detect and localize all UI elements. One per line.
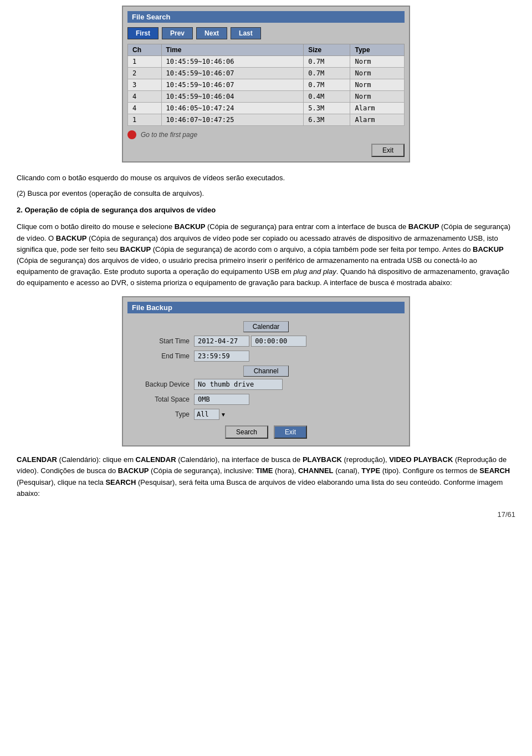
channel-button[interactable]: Channel	[243, 366, 289, 377]
cell-size: 6.3M	[304, 114, 350, 126]
file-search-buttons-row: First Prev Next Last	[127, 27, 405, 39]
cell-ch: 1	[128, 114, 162, 126]
total-space-label: Total Space	[133, 395, 194, 403]
cell-size: 5.3M	[304, 103, 350, 114]
first-button[interactable]: First	[127, 27, 158, 39]
cell-time: 10:45:59~10:46:07	[161, 68, 304, 79]
type-value: All	[194, 409, 219, 420]
cell-ch: 4	[128, 103, 162, 114]
total-space-field: 0MB	[194, 394, 249, 405]
cell-time: 10:45:59~10:46:07	[161, 79, 304, 91]
go-first-row: Go to the first page	[127, 130, 405, 139]
cell-size: 0.7M	[304, 68, 350, 79]
backup-form: Calendar Start Time 2012-04-27 00:00:00 …	[127, 319, 405, 441]
backup-device-row: Backup Device No thumb drive	[133, 379, 399, 390]
type-select[interactable]: All ▼	[194, 409, 226, 420]
table-row[interactable]: 210:45:59~10:46:070.7MNorm	[128, 68, 405, 79]
cell-type: Norm	[350, 68, 405, 79]
col-type: Type	[350, 44, 405, 56]
cell-ch: 3	[128, 79, 162, 91]
col-size: Size	[304, 44, 350, 56]
cell-ch: 1	[128, 56, 162, 68]
backup-exit-button[interactable]: Exit	[274, 425, 307, 439]
cell-time: 10:46:05~10:47:24	[161, 103, 304, 114]
file-search-table: Ch Time Size Type 110:45:59~10:46:060.7M…	[127, 44, 405, 126]
cell-ch: 4	[128, 91, 162, 103]
col-ch: Ch	[128, 44, 162, 56]
end-time-field[interactable]: 23:59:59	[194, 351, 249, 362]
end-time-label: End Time	[133, 352, 194, 360]
para1: Clicando com o botão esquerdo do mouse o…	[17, 172, 515, 184]
file-backup-dialog: File Backup Calendar Start Time 2012-04-…	[122, 296, 410, 447]
calendar-row: Calendar	[133, 321, 399, 332]
type-row: Type All ▼	[133, 409, 399, 420]
file-search-dialog: File Search First Prev Next Last Ch Time…	[122, 6, 410, 163]
table-row[interactable]: 110:46:07~10:47:256.3MAlarm	[128, 114, 405, 126]
next-button[interactable]: Next	[196, 27, 227, 39]
start-time-field[interactable]: 00:00:00	[251, 336, 306, 347]
exit-row: Exit	[127, 144, 405, 157]
cell-type: Alarm	[350, 103, 405, 114]
backup-device-label: Backup Device	[133, 380, 194, 388]
cell-type: Alarm	[350, 114, 405, 126]
para2: (2) Busca por eventos (operação de consu…	[17, 188, 515, 199]
red-circle-icon	[127, 130, 136, 139]
type-label: Type	[133, 410, 194, 418]
cell-time: 10:45:59~10:46:04	[161, 91, 304, 103]
go-first-label: Go to the first page	[141, 131, 197, 139]
start-date-field[interactable]: 2012-04-27	[194, 336, 249, 347]
backup-device-field: No thumb drive	[194, 379, 283, 390]
section2-body: Clique com o botão direito do mouse e se…	[17, 221, 515, 288]
total-space-row: Total Space 0MB	[133, 394, 399, 405]
table-row[interactable]: 310:45:59~10:46:070.7MNorm	[128, 79, 405, 91]
table-row[interactable]: 410:45:59~10:46:040.4MNorm	[128, 91, 405, 103]
file-backup-title: File Backup	[127, 302, 405, 313]
section2-title: 2. Operação de cópia de segurança dos ar…	[17, 205, 515, 216]
start-time-row: Start Time 2012-04-27 00:00:00	[133, 336, 399, 347]
cell-time: 10:45:59~10:46:06	[161, 56, 304, 68]
backup-bottom-row: Search Exit	[133, 425, 399, 439]
cell-size: 0.7M	[304, 56, 350, 68]
page-number: 17/61	[17, 505, 515, 519]
cell-type: Norm	[350, 91, 405, 103]
file-search-exit-button[interactable]: Exit	[371, 144, 405, 157]
cell-size: 0.7M	[304, 79, 350, 91]
table-row[interactable]: 410:46:05~10:47:245.3MAlarm	[128, 103, 405, 114]
search-button[interactable]: Search	[225, 425, 268, 439]
dropdown-arrow-icon: ▼	[221, 412, 226, 418]
calendar-button[interactable]: Calendar	[243, 321, 289, 332]
cell-ch: 2	[128, 68, 162, 79]
cell-size: 0.4M	[304, 91, 350, 103]
table-row[interactable]: 110:45:59~10:46:060.7MNorm	[128, 56, 405, 68]
cell-type: Norm	[350, 56, 405, 68]
prev-button[interactable]: Prev	[162, 27, 193, 39]
channel-row: Channel	[133, 366, 399, 377]
para3: CALENDAR (Calendário): clique em CALENDA…	[17, 454, 515, 499]
last-button[interactable]: Last	[231, 27, 261, 39]
end-time-row: End Time 23:59:59	[133, 351, 399, 362]
file-search-title: File Search	[127, 11, 405, 23]
cell-time: 10:46:07~10:47:25	[161, 114, 304, 126]
col-time: Time	[161, 44, 304, 56]
cell-type: Norm	[350, 79, 405, 91]
start-time-label: Start Time	[133, 337, 194, 345]
